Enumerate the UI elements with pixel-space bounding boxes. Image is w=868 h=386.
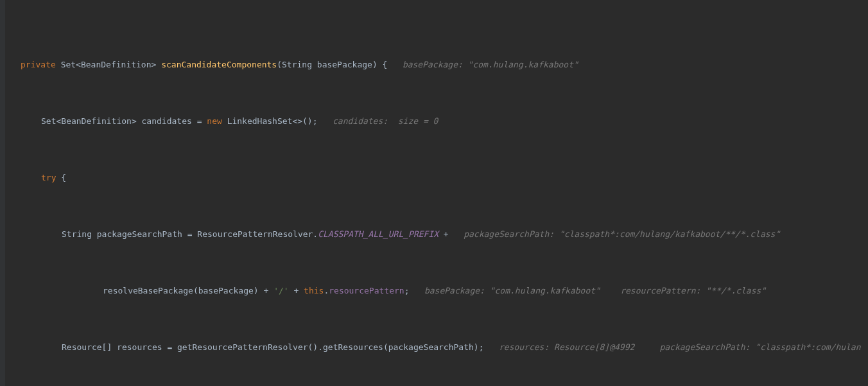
- inline-hint: basePackage: "com.hulang.kafkaboot": [424, 284, 600, 298]
- gutter: [0, 0, 5, 386]
- type: BeanDefinition: [61, 114, 132, 128]
- type: Set: [61, 58, 76, 72]
- code-line[interactable]: private Set<BeanDefinition> scanCandidat…: [21, 58, 868, 72]
- code-line[interactable]: String packageSearchPath = ResourcePatte…: [21, 227, 868, 241]
- type: String: [282, 58, 312, 72]
- keyword-this: this: [304, 284, 324, 298]
- inline-hint: packageSearchPath: "classpath*:com/hulan…: [464, 227, 780, 241]
- code-line[interactable]: resolveBasePackage(basePackage) + '/' + …: [21, 284, 868, 298]
- keyword-private: private: [21, 58, 56, 72]
- var: packageSearchPath: [97, 227, 182, 241]
- inline-hint: resourcePattern: "**/*.class": [620, 284, 766, 298]
- method-call: resolveBasePackage: [103, 284, 193, 298]
- keyword-try: try: [41, 171, 56, 185]
- char-literal: '/': [273, 284, 288, 298]
- type: ResourcePatternResolver: [197, 227, 313, 241]
- code-editor[interactable]: private Set<BeanDefinition> scanCandidat…: [0, 0, 868, 386]
- field: resourcePattern: [329, 284, 404, 298]
- type: Set: [41, 114, 56, 128]
- method-call: getResourcePatternResolver: [177, 340, 308, 355]
- type: String: [62, 227, 92, 241]
- type: BeanDefinition: [81, 58, 152, 72]
- inline-hint: resources: Resource[8]@4992: [499, 340, 634, 355]
- param: basePackage: [317, 58, 372, 72]
- inline-hint: packageSearchPath: "classpath*:com/hulan: [659, 340, 860, 355]
- inline-hint: candidates: size = 0: [333, 114, 438, 128]
- var: resources: [117, 340, 162, 355]
- type: LinkedHashSet: [227, 114, 293, 128]
- inline-hint: basePackage: "com.hulang.kafkaboot": [403, 58, 578, 72]
- var: candidates: [142, 114, 192, 128]
- code-line[interactable]: try {: [21, 171, 868, 185]
- code-line[interactable]: Resource[] resources = getResourcePatter…: [21, 340, 868, 355]
- constant: CLASSPATH_ALL_URL_PREFIX: [318, 227, 438, 241]
- var: basePackage: [198, 284, 254, 298]
- type: Resource[]: [62, 340, 112, 355]
- var: packageSearchPath: [388, 340, 474, 355]
- method-call: getResources: [323, 340, 383, 355]
- code-line[interactable]: Set<BeanDefinition> candidates = new Lin…: [21, 114, 868, 128]
- keyword-new: new: [207, 114, 221, 128]
- method-name: scanCandidateComponents: [161, 58, 277, 72]
- code-area[interactable]: private Set<BeanDefinition> scanCandidat…: [8, 15, 868, 386]
